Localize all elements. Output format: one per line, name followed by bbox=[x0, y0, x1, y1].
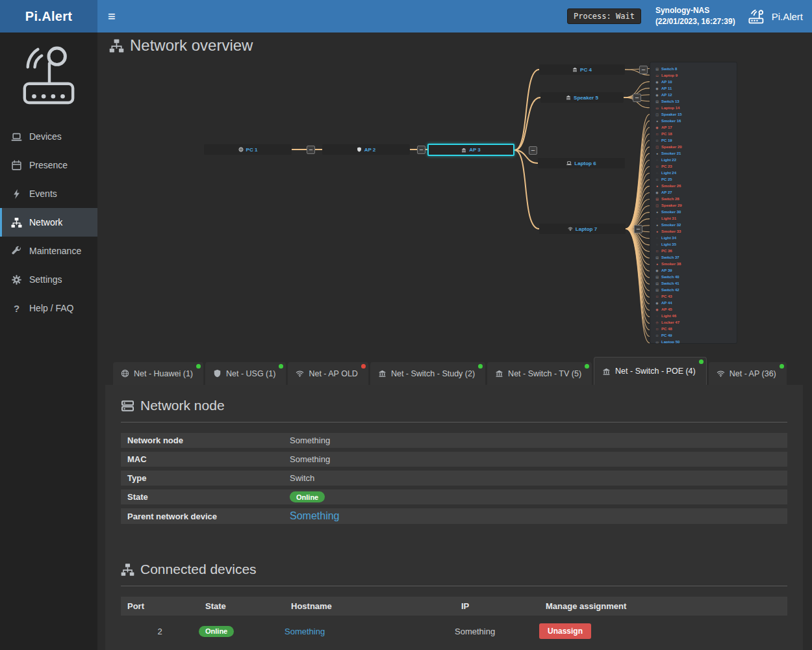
tab-net-usg[interactable]: Net - USG (1) bbox=[205, 362, 286, 385]
cluster-device[interactable]: ●Smoker 32 bbox=[655, 222, 737, 228]
cluster-device[interactable]: ◌Light 34 bbox=[655, 235, 737, 241]
hamburger-icon[interactable]: ≡ bbox=[97, 9, 126, 24]
device-icon: □ bbox=[655, 177, 659, 181]
device-icon: ▭ bbox=[655, 73, 659, 77]
tab-net-switch-tv[interactable]: Net - Switch - TV (5) bbox=[487, 362, 592, 385]
cluster-device[interactable]: ▭Laptop 14 bbox=[655, 105, 737, 111]
node-laptop6[interactable]: Laptop 6 bbox=[538, 158, 625, 168]
cluster-device[interactable]: ◉AP 10 bbox=[655, 79, 737, 85]
cluster-device[interactable]: ▤Switch 13 bbox=[655, 98, 737, 105]
globe-icon bbox=[238, 147, 244, 152]
collapse-button[interactable]: − bbox=[634, 225, 642, 233]
cluster-device[interactable]: ▤Switch 42 bbox=[655, 287, 737, 293]
question-icon: ? bbox=[11, 303, 22, 314]
cluster-device[interactable]: ◉AP 39 bbox=[655, 267, 737, 274]
status-dot bbox=[699, 359, 704, 364]
status-dot bbox=[279, 364, 283, 369]
hostname-link[interactable]: Something bbox=[285, 627, 325, 636]
cluster-device-label: Laptop 14 bbox=[661, 106, 679, 110]
wifi-icon bbox=[717, 369, 725, 378]
ip-value: Something bbox=[455, 627, 539, 636]
sidebar-item-events[interactable]: Events bbox=[0, 179, 97, 208]
shield-icon bbox=[357, 147, 362, 152]
tab-net-switch-study[interactable]: Net - Switch - Study (2) bbox=[370, 362, 485, 385]
parent-device-link[interactable]: Something bbox=[290, 510, 340, 522]
tab-net-ap-old[interactable]: Net - AP OLD bbox=[288, 362, 368, 385]
sidebar-item-help[interactable]: ? Help / FAQ bbox=[0, 294, 97, 322]
collapse-button[interactable]: − bbox=[307, 146, 315, 154]
device-icon: □ bbox=[655, 138, 659, 142]
cluster-device[interactable]: ◉AP 11 bbox=[655, 85, 737, 92]
cluster-device[interactable]: ▤Switch 40 bbox=[655, 274, 737, 280]
collapse-button[interactable]: − bbox=[417, 146, 425, 154]
cluster-device[interactable]: ●Smoker 33 bbox=[655, 228, 737, 235]
cluster-device[interactable]: ◌Light 22 bbox=[655, 157, 737, 163]
sidebar-item-settings[interactable]: Settings bbox=[0, 265, 97, 294]
cluster-device[interactable]: ▤Switch 28 bbox=[655, 196, 737, 202]
cluster-device[interactable]: ●Smoker 26 bbox=[655, 183, 737, 189]
cluster-device[interactable]: ◫Speaker 20 bbox=[655, 144, 737, 150]
sidebar-item-network[interactable]: Network bbox=[0, 208, 97, 237]
tab-net-huawei[interactable]: Net - Huawei (1) bbox=[113, 362, 203, 385]
cluster-device[interactable]: □PC 48 bbox=[655, 326, 737, 332]
cluster-device[interactable]: □PC 23 bbox=[655, 163, 737, 170]
collapse-button[interactable]: − bbox=[633, 94, 641, 102]
tab-net-ap[interactable]: Net - AP (36) bbox=[709, 362, 787, 385]
unassign-button[interactable]: Unassign bbox=[539, 623, 591, 639]
device-icon: ▤ bbox=[655, 281, 659, 285]
cluster-device[interactable]: ◇Locker 47 bbox=[655, 319, 737, 326]
cluster-device[interactable]: □PC 43 bbox=[655, 293, 737, 300]
cluster-device[interactable]: ▤Switch 8 bbox=[655, 66, 737, 72]
cluster-device[interactable]: ◌Light 31 bbox=[655, 215, 737, 222]
node-ap2[interactable]: AP 2 bbox=[322, 144, 410, 155]
cluster-device[interactable]: ▤Switch 41 bbox=[655, 280, 737, 287]
cluster-device[interactable]: □PC 18 bbox=[655, 131, 737, 137]
tab-net-switch-poe[interactable]: Net - Switch - POE (4) bbox=[594, 357, 707, 385]
cluster-device[interactable]: ▤Switch 37 bbox=[655, 254, 737, 261]
detail-panel: Network node Network node Something MAC … bbox=[105, 385, 803, 650]
device-cluster[interactable]: ▤Switch 8▭Laptop 9◉AP 10◉AP 11◉AP 12▤Swi… bbox=[650, 62, 737, 344]
cluster-device[interactable]: □PC 25 bbox=[655, 176, 737, 183]
cluster-device[interactable]: □PC 49 bbox=[655, 332, 737, 339]
router-icon bbox=[748, 9, 767, 24]
cluster-device[interactable]: ◌Light 24 bbox=[655, 170, 737, 176]
cluster-device[interactable]: ◉AP 45 bbox=[655, 306, 737, 313]
cluster-device-label: AP 44 bbox=[661, 301, 672, 305]
node-speaker5[interactable]: Speaker 5 bbox=[540, 92, 624, 103]
cluster-device[interactable]: ●Smoker 38 bbox=[655, 261, 737, 267]
cluster-device[interactable]: ◌Light 35 bbox=[655, 241, 737, 248]
divider bbox=[121, 586, 787, 586]
sidebar-item-maintenance[interactable]: Maintenance bbox=[0, 237, 97, 265]
cluster-device[interactable]: ◉AP 44 bbox=[655, 300, 737, 306]
cluster-device-label: Smoker 30 bbox=[661, 210, 681, 214]
cluster-device[interactable]: ●Smoker 16 bbox=[655, 118, 737, 124]
cluster-device-label: Light 46 bbox=[661, 314, 676, 318]
cluster-device[interactable]: ▭Laptop 9 bbox=[655, 72, 737, 79]
cluster-device-label: Light 31 bbox=[661, 216, 676, 220]
node-pc1[interactable]: PC 1 bbox=[204, 144, 292, 155]
node-label: PC 1 bbox=[246, 147, 258, 153]
node-pc4[interactable]: PC 4 bbox=[539, 64, 625, 75]
cluster-device-label: Speaker 20 bbox=[661, 145, 682, 149]
laptop-icon bbox=[566, 161, 572, 166]
collapse-button[interactable]: − bbox=[639, 66, 648, 74]
app-logo[interactable]: Pi.Alert bbox=[0, 0, 97, 32]
cluster-device[interactable]: □PC 36 bbox=[655, 248, 737, 254]
network-node-title: Network node bbox=[121, 398, 787, 413]
sidebar-item-devices[interactable]: Devices bbox=[0, 122, 97, 151]
node-ap3-selected[interactable]: AP 3 bbox=[427, 144, 514, 156]
cluster-device[interactable]: ◌Light 46 bbox=[655, 313, 737, 319]
cluster-device[interactable]: ◉AP 17 bbox=[655, 124, 737, 131]
node-laptop7[interactable]: Laptop 7 bbox=[539, 224, 626, 234]
sidebar-item-presence[interactable]: Presence bbox=[0, 151, 97, 179]
cluster-device[interactable]: ◫Speaker 15 bbox=[655, 111, 737, 118]
cluster-device[interactable]: ●Smoker 30 bbox=[655, 209, 737, 215]
collapse-button[interactable]: − bbox=[529, 146, 537, 155]
cluster-device[interactable]: ◉AP 12 bbox=[655, 92, 737, 98]
cluster-device[interactable]: ●Smoker 21 bbox=[655, 150, 737, 157]
cluster-device[interactable]: □PC 19 bbox=[655, 137, 737, 144]
cluster-device[interactable]: ◫Speaker 29 bbox=[655, 202, 737, 209]
cluster-device[interactable]: ▭Laptop 50 bbox=[655, 339, 737, 344]
cluster-device[interactable]: ◉AP 27 bbox=[655, 189, 737, 196]
sidebar: Devices Presence Events Network Maintena… bbox=[0, 32, 97, 650]
